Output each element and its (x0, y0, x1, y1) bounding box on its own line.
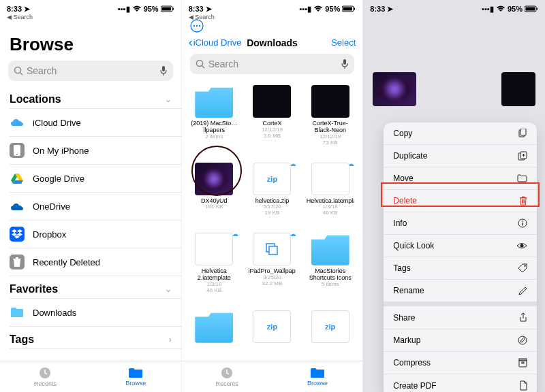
location-icloud-drive[interactable]: iCloud Drive (0, 109, 181, 136)
file-item[interactable]: (2019) MacSto…llpapers2 items (186, 82, 243, 159)
search-placeholder: Search (27, 65, 159, 76)
trash-icon (10, 255, 25, 270)
nav-bar: ‹iCloud Drive Downloads Select (182, 33, 363, 54)
info-icon (518, 218, 527, 228)
folder-icon (517, 174, 527, 182)
file-item[interactable]: MacStories Shortcuts Icons5 items (302, 230, 358, 306)
battery-icon (161, 5, 174, 12)
svg-point-8 (16, 154, 18, 155)
tab-browse[interactable]: Browse (91, 361, 181, 392)
file-item[interactable]: CorteX-True-Black-Neon12/12/1973 KB (302, 82, 358, 159)
tags-header[interactable]: Tags › (0, 327, 181, 348)
file-icon (311, 163, 349, 195)
archive-icon (518, 358, 527, 368)
menu-compress[interactable]: Compress (384, 352, 537, 374)
menu-markup[interactable]: Markup (384, 329, 537, 352)
svg-line-4 (20, 73, 23, 76)
dropbox-icon (10, 227, 25, 242)
file-item[interactable]: CorteX12/12/193.6 MB (244, 82, 300, 159)
menu-duplicate[interactable]: Duplicate (384, 145, 537, 167)
favorite-downloads[interactable]: Downloads (0, 299, 181, 326)
status-time: 8:33 (7, 5, 22, 13)
file-item[interactable]: ☁Helvetica 2.iatemplate1/3/1846 KB (186, 230, 243, 306)
chevron-right-icon: › (169, 335, 172, 344)
eye-icon (516, 242, 527, 249)
trash-icon (519, 196, 527, 206)
svg-point-17 (196, 61, 202, 67)
svg-point-15 (196, 25, 197, 27)
tag-icon (518, 263, 527, 273)
location-recently-deleted[interactable]: Recently Deleted (0, 248, 181, 276)
menu-delete[interactable]: Delete (384, 190, 537, 212)
background-thumbnail (501, 72, 535, 106)
select-button[interactable]: Select (298, 37, 356, 48)
menu-tags[interactable]: Tags (384, 257, 537, 280)
nav-title: Downloads (247, 37, 298, 48)
more-options-button[interactable] (182, 19, 363, 33)
selected-file-preview[interactable] (373, 72, 416, 106)
battery-percent: 95% (325, 5, 340, 13)
search-input[interactable]: Search (8, 61, 173, 81)
search-input[interactable]: Search (190, 54, 355, 74)
locations-header[interactable]: Locations ⌄ (0, 86, 181, 108)
mic-icon[interactable] (159, 65, 168, 76)
file-icon (195, 233, 233, 265)
battery-percent: 95% (144, 5, 159, 13)
file-item[interactable]: DX40yUd181 KB (186, 160, 243, 229)
wifi-icon (496, 5, 505, 12)
clock-icon (220, 366, 234, 380)
google-drive-icon (10, 171, 25, 186)
screen-downloads: 8:33➤ ▪▪▪▮95% ◀ Search ‹iCloud Drive Dow… (182, 0, 364, 392)
signal-icon: ▪▪▪▮ (482, 5, 494, 14)
svg-rect-1 (161, 7, 171, 11)
svg-rect-2 (172, 8, 174, 10)
iphone-icon (10, 143, 25, 158)
folder-icon (311, 233, 349, 265)
screen-context-menu: 8:33➤ ▪▪▪▮95% Copy Duplicate Move Delete… (363, 0, 545, 392)
svg-point-32 (522, 220, 523, 222)
back-to-search[interactable]: ◀ Search (0, 14, 181, 20)
menu-move[interactable]: Move (384, 167, 537, 190)
location-onedrive[interactable]: OneDrive (0, 193, 181, 220)
status-time: 8:33 (189, 5, 204, 13)
svg-line-18 (202, 66, 204, 69)
back-button[interactable]: ‹iCloud Drive (189, 35, 247, 50)
menu-copy[interactable]: Copy (384, 122, 537, 145)
zip-icon: zip (253, 163, 291, 195)
tab-recents[interactable]: Recents (0, 361, 91, 392)
context-menu: Copy Duplicate Move Delete Info Quick Lo… (384, 122, 537, 392)
location-dropbox[interactable]: Dropbox (0, 220, 181, 248)
battery-percent: 95% (508, 5, 523, 13)
svg-rect-28 (520, 129, 526, 135)
image-thumbnail (253, 85, 291, 118)
menu-quick-look[interactable]: Quick Look (384, 235, 537, 257)
location-on-my-iphone[interactable]: On My iPhone (0, 137, 181, 164)
svg-rect-26 (536, 8, 538, 10)
chevron-down-icon: ⌄ (165, 95, 172, 104)
tab-browse[interactable]: Browse (272, 361, 362, 392)
menu-share[interactable]: Share (384, 306, 537, 329)
file-item[interactable] (186, 308, 243, 358)
svg-point-3 (15, 67, 21, 74)
menu-info[interactable]: Info (384, 212, 537, 235)
tab-recents[interactable]: Recents (182, 361, 272, 392)
image-thumbnail (311, 85, 349, 118)
status-bar: 8:33➤ ▪▪▪▮ 95% (0, 0, 181, 15)
file-item[interactable]: ☁ziphelvetica.zip5/17/2019 KB (244, 160, 300, 229)
search-placeholder: Search (208, 59, 341, 69)
wifi-icon (132, 5, 142, 12)
battery-icon (342, 5, 356, 12)
file-item[interactable]: ☁iPadPro_Wallpaper3/25/2032.2 MB (244, 230, 300, 306)
menu-rename[interactable]: Rename (384, 280, 537, 302)
file-item[interactable]: zip (302, 308, 358, 358)
battery-icon (525, 5, 538, 12)
location-google-drive[interactable]: Google Drive (0, 165, 181, 192)
search-icon (14, 66, 23, 76)
svg-point-14 (193, 25, 194, 27)
mic-icon[interactable] (341, 59, 349, 69)
file-item[interactable]: ☁Helvetica.iatemplate1/3/1846 KB (302, 160, 358, 229)
menu-create-pdf[interactable]: Create PDF (384, 374, 537, 392)
signal-icon: ▪▪▪▮ (300, 5, 312, 14)
file-item[interactable]: zip (244, 308, 300, 358)
favorites-header[interactable]: Favorites ⌄ (0, 276, 181, 298)
